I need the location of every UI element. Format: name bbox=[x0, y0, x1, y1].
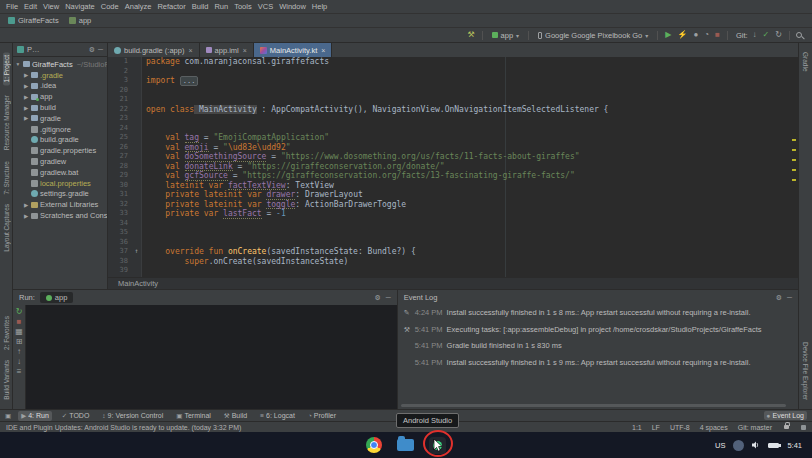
tool-window-button-profiler[interactable]: ◔Profiler bbox=[305, 411, 339, 420]
tray-badge-icon[interactable] bbox=[733, 440, 744, 451]
code-line[interactable]: 21 bbox=[108, 95, 798, 105]
hide-panel-icon[interactable]: ─ bbox=[787, 294, 792, 301]
close-icon[interactable]: × bbox=[243, 47, 247, 54]
menu-item-file[interactable]: File bbox=[3, 2, 21, 11]
gear-icon[interactable]: ⚙ bbox=[374, 294, 380, 302]
tree-item-gradle[interactable]: ▶.gradle bbox=[13, 70, 107, 81]
debug-button[interactable]: ● bbox=[692, 31, 699, 39]
status-item-lf[interactable]: LF bbox=[652, 424, 660, 431]
code-line[interactable]: 28 val donateLink = "https://giraffecons… bbox=[108, 162, 798, 172]
file-manager-icon[interactable] bbox=[397, 439, 414, 451]
tool-window-button-4-run[interactable]: ▶4: Run bbox=[18, 411, 52, 421]
tool-window-button-build[interactable]: ⚒Build bbox=[221, 411, 250, 421]
code-line[interactable]: 38 super.onCreate(savedInstanceState) bbox=[108, 257, 798, 267]
breadcrumb-app[interactable]: app bbox=[66, 16, 95, 25]
tree-item-idea[interactable]: ▶.idea bbox=[13, 81, 107, 92]
menu-item-code[interactable]: Code bbox=[98, 2, 122, 11]
tool-window-button-9-version-control[interactable]: ↕9: Version Control bbox=[99, 411, 166, 420]
editor-tab-mainactivity-kt[interactable]: MainActivity.kt× bbox=[254, 43, 332, 57]
close-icon[interactable]: × bbox=[321, 47, 325, 54]
git-commit-button[interactable]: ✓ bbox=[762, 31, 771, 39]
menu-item-navigate[interactable]: Navigate bbox=[62, 2, 98, 11]
battery-icon[interactable] bbox=[768, 443, 779, 448]
git-update-button[interactable]: ↓ bbox=[752, 31, 758, 39]
code-line[interactable]: 27 val doSomethingSource = "https://www.… bbox=[108, 152, 798, 162]
git-rollback-button[interactable]: ↻ bbox=[774, 31, 783, 39]
tree-item-settings-gradle[interactable]: settings.gradle bbox=[13, 189, 107, 200]
code-line[interactable]: 20 bbox=[108, 86, 798, 96]
menu-item-vcs[interactable]: VCS bbox=[255, 2, 276, 11]
apply-changes-button[interactable]: ⚡ bbox=[676, 31, 688, 39]
code-line[interactable]: 30 lateinit var factTextView: TextView bbox=[108, 181, 798, 191]
code-line[interactable]: 26 val emoji = "\ud83e\udd92" bbox=[108, 143, 798, 153]
menu-item-build[interactable]: Build bbox=[189, 2, 212, 11]
tree-item-build-gradle[interactable]: build.gradle bbox=[13, 135, 107, 146]
gear-icon[interactable]: ⚙ bbox=[776, 294, 782, 302]
status-item-utf-8[interactable]: UTF-8 bbox=[670, 424, 690, 431]
code-editor[interactable]: 1 package com.naranjaconsal.giraffefacts… bbox=[108, 57, 798, 277]
breadcrumb-giraffefacts[interactable]: GiraffeFacts bbox=[5, 16, 62, 25]
down-stack-trace-button[interactable]: ↓ bbox=[16, 358, 22, 366]
status-item-1-1[interactable]: 1:1 bbox=[632, 424, 642, 431]
code-line[interactable]: 24 bbox=[108, 124, 798, 134]
tool-strip-tab-layout-captures[interactable]: Layout Captures bbox=[3, 204, 10, 252]
tool-strip-tab-gradle[interactable]: Gradle bbox=[802, 52, 809, 72]
run-console[interactable] bbox=[26, 305, 397, 409]
tree-item-build[interactable]: ▶build bbox=[13, 102, 107, 113]
tool-window-switcher-icon[interactable]: ▣ bbox=[5, 412, 11, 420]
hide-panel-icon[interactable]: ─ bbox=[386, 294, 391, 301]
keyboard-layout-indicator[interactable]: US bbox=[715, 441, 725, 450]
stop-process-button[interactable]: ■ bbox=[16, 318, 23, 326]
chrome-icon[interactable] bbox=[366, 437, 382, 453]
code-line[interactable]: 37↑ override fun onCreate(savedInstanceS… bbox=[108, 247, 798, 257]
gear-icon[interactable]: ⚙ bbox=[89, 46, 95, 54]
code-line[interactable]: 33 private var lastFact = -1 bbox=[108, 209, 798, 219]
code-line[interactable]: 22 open class MainActivity : AppCompatAc… bbox=[108, 105, 798, 115]
tool-window-button-terminal[interactable]: ▣Terminal bbox=[173, 411, 214, 421]
status-item-git-master[interactable]: Git: master bbox=[738, 424, 772, 431]
tree-item-gradlew-bat[interactable]: gradlew.bat bbox=[13, 167, 107, 178]
code-line[interactable]: 2 bbox=[108, 67, 798, 77]
status-message[interactable]: IDE and Plugin Updates: Android Studio i… bbox=[6, 424, 241, 431]
tree-item-gradle[interactable]: ▶gradle bbox=[13, 113, 107, 124]
tool-strip-tab-7-structure[interactable]: 7: Structure bbox=[3, 161, 10, 195]
menu-item-window[interactable]: Window bbox=[276, 2, 309, 11]
editor-breadcrumb[interactable]: MainActivity bbox=[108, 277, 798, 289]
tree-item-app[interactable]: ▶app bbox=[13, 91, 107, 102]
tree-item-scratches-and-consoles[interactable]: ▶Scratches and Consoles bbox=[13, 210, 107, 221]
menu-item-analyze[interactable]: Analyze bbox=[122, 2, 155, 11]
code-line[interactable]: 39 bbox=[108, 266, 798, 276]
volume-icon[interactable] bbox=[752, 441, 760, 449]
editor-tab-build-gradle-app[interactable]: build.gradle (:app)× bbox=[108, 43, 200, 57]
code-line[interactable]: 1 package com.naranjaconsal.giraffefacts bbox=[108, 57, 798, 67]
run-tab-app[interactable]: app bbox=[40, 292, 74, 303]
rerun-button[interactable]: ↻ bbox=[15, 308, 24, 316]
search-icon[interactable] bbox=[796, 32, 802, 38]
console-menu-button[interactable]: ≡ bbox=[16, 368, 23, 376]
tree-item-gitignore[interactable]: .gitignore bbox=[13, 124, 107, 135]
tool-window-button-6-logcat[interactable]: ≡6: Logcat bbox=[257, 411, 298, 420]
horizontal-scrollbar[interactable] bbox=[401, 404, 786, 407]
pin-tab-button[interactable]: ⊞ bbox=[15, 338, 24, 346]
menu-item-view[interactable]: View bbox=[40, 2, 62, 11]
tool-window-button-event-log[interactable]: ●Event Log bbox=[764, 411, 807, 420]
tree-item-external-libraries[interactable]: ▶External Libraries bbox=[13, 199, 107, 210]
up-stack-trace-button[interactable]: ↑ bbox=[16, 348, 22, 356]
code-line[interactable]: 35 bbox=[108, 228, 798, 238]
tree-item-gradle-properties[interactable]: gradle.properties bbox=[13, 145, 107, 156]
code-line[interactable]: 31 private lateinit var drawer: DrawerLa… bbox=[108, 190, 798, 200]
tree-item-local-properties[interactable]: local.properties bbox=[13, 178, 107, 189]
code-line[interactable]: 36 bbox=[108, 238, 798, 248]
menu-item-edit[interactable]: Edit bbox=[21, 2, 40, 11]
close-icon[interactable]: × bbox=[188, 47, 192, 54]
tool-window-button-todo[interactable]: ✓TODO bbox=[59, 411, 93, 421]
menu-item-run[interactable]: Run bbox=[211, 2, 231, 11]
tree-item-giraffefacts[interactable]: ▾GiraffeFacts~/StudioProjects/GiraffeFac… bbox=[13, 59, 107, 70]
tool-strip-tab-1-project[interactable]: 1: Project bbox=[3, 52, 10, 85]
run-config-selector[interactable]: app ▾ bbox=[489, 31, 523, 40]
menu-item-refactor[interactable]: Refactor bbox=[154, 2, 188, 11]
tool-strip-tab-device-file-explorer[interactable]: Device File Explorer bbox=[802, 342, 809, 400]
stop-button[interactable]: ■ bbox=[714, 31, 721, 39]
tool-strip-tab-2-favorites[interactable]: 2: Favorites bbox=[3, 316, 10, 350]
build-hammer-button[interactable]: ⚒ bbox=[466, 31, 475, 39]
